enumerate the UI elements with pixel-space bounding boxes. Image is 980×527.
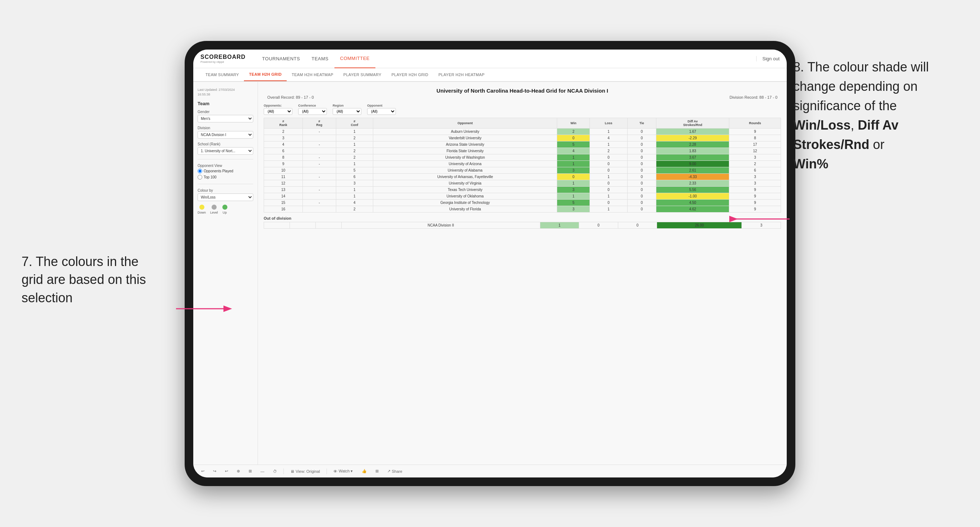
- table-cell-9-8: 9: [729, 187, 781, 193]
- out-of-division-row: NCAA Division II 1 0 0 26.00 3: [264, 222, 781, 229]
- table-row: 32Vanderbilt University040-2.298: [264, 135, 781, 141]
- sidebar-division-label: Division: [197, 126, 253, 130]
- toolbar-clock[interactable]: ⏱: [271, 468, 279, 474]
- toolbar-back[interactable]: ↩: [223, 468, 230, 474]
- sidebar-gender-label: Gender: [197, 110, 253, 114]
- ood-rank: [264, 222, 290, 229]
- bottom-toolbar: ↩ ↪ ↩ ⊕ ⊞ — ⏱ 🖥 View: Original 👁 Watch ▾…: [193, 465, 787, 478]
- radio-top100[interactable]: Top 100: [197, 175, 253, 179]
- toolbar-watch[interactable]: 👁 Watch ▾: [331, 468, 355, 474]
- table-cell-12-1: [303, 206, 336, 213]
- table-cell-0-8: 9: [729, 129, 781, 135]
- sidebar-gender-select[interactable]: Men's: [197, 115, 253, 122]
- table-cell-10-7: -1.00: [656, 193, 729, 200]
- table-cell-3-8: 12: [729, 148, 781, 154]
- filter-opponents-select[interactable]: (All): [264, 108, 293, 115]
- table-cell-10-1: [303, 193, 336, 200]
- table-cell-1-5: 4: [590, 135, 628, 141]
- nav-committee[interactable]: COMMITTEE: [334, 49, 376, 68]
- toolbar-copy[interactable]: ⊕: [235, 468, 242, 474]
- sidebar-radio-group: Opponents Played Top 100: [197, 169, 253, 179]
- toolbar-thumbsup[interactable]: 👍: [360, 468, 369, 474]
- col-opponent: Opponent: [373, 118, 557, 129]
- toolbar-separator-2: [326, 468, 327, 474]
- table-cell-9-3: Texas Tech University: [373, 187, 557, 193]
- filter-region-select[interactable]: (All): [332, 108, 361, 115]
- toolbar-share[interactable]: ↗ Share: [385, 468, 404, 474]
- filter-region: Region (All): [332, 104, 361, 115]
- nav-teams[interactable]: TEAMS: [306, 49, 334, 68]
- toolbar-undo[interactable]: ↩: [199, 468, 207, 474]
- logo-sub: Powered by clippd: [200, 60, 246, 63]
- sidebar: Last Updated: 27/03/202416:55:38 Team Ge…: [193, 82, 258, 465]
- table-cell-5-1: -: [303, 161, 336, 167]
- sign-out-button[interactable]: Sign out: [756, 56, 780, 61]
- toolbar-dash[interactable]: —: [258, 468, 267, 474]
- col-conf: #Conf: [336, 118, 373, 129]
- table-cell-7-7: -4.33: [656, 174, 729, 180]
- table-cell-7-1: -: [303, 174, 336, 180]
- sidebar-colour-by-select[interactable]: Win/Loss Diff Av Strokes/Rnd Win%: [197, 194, 253, 201]
- col-reg: #Reg: [303, 118, 336, 129]
- annotation-right: 8. The colour shade will change dependin…: [793, 57, 958, 174]
- table-cell-0-2: 1: [336, 129, 373, 135]
- tab-player-summary[interactable]: PLAYER SUMMARY: [339, 68, 387, 81]
- table-cell-6-4: 3: [557, 167, 590, 174]
- table-cell-8-8: 3: [729, 180, 781, 187]
- division-record: Division Record: 88 - 17 - 0: [730, 95, 777, 100]
- col-diff: Diff AvStrokes/Rnd: [656, 118, 729, 129]
- table-cell-3-5: 2: [590, 148, 628, 154]
- sub-nav: TEAM SUMMARY TEAM H2H GRID TEAM H2H HEAT…: [193, 68, 787, 82]
- tab-team-h2h-heatmap[interactable]: TEAM H2H HEATMAP: [287, 68, 339, 81]
- tab-player-h2h-heatmap[interactable]: PLAYER H2H HEATMAP: [433, 68, 489, 81]
- grid-area: University of North Carolina Head-to-Hea…: [258, 82, 787, 465]
- table-cell-3-7: 1.83: [656, 148, 729, 154]
- toolbar-crop[interactable]: ⊞: [247, 468, 254, 474]
- table-cell-3-6: 0: [628, 148, 656, 154]
- ood-win: 1: [540, 222, 579, 229]
- table-cell-0-6: 0: [628, 129, 656, 135]
- table-cell-2-0: 4: [264, 141, 303, 148]
- ood-reg: [290, 222, 316, 229]
- table-cell-1-8: 8: [729, 135, 781, 141]
- legend-up-dot: [223, 205, 228, 210]
- tab-team-h2h-grid[interactable]: TEAM H2H GRID: [244, 68, 287, 81]
- nav-tournaments[interactable]: TOURNAMENTS: [256, 49, 306, 68]
- table-cell-5-2: 1: [336, 161, 373, 167]
- sidebar-team-title: Team: [197, 101, 253, 106]
- table-cell-4-7: 3.67: [656, 154, 729, 161]
- ood-conf: [316, 222, 342, 229]
- table-cell-6-0: 10: [264, 167, 303, 174]
- table-cell-8-2: 3: [336, 180, 373, 187]
- table-cell-4-5: 0: [590, 154, 628, 161]
- filter-conference-select[interactable]: (All): [298, 108, 327, 115]
- table-cell-4-1: -: [303, 154, 336, 161]
- table-cell-5-5: 0: [590, 161, 628, 167]
- tab-player-h2h-grid[interactable]: PLAYER H2H GRID: [387, 68, 434, 81]
- table-cell-4-8: 3: [729, 154, 781, 161]
- toolbar-grid[interactable]: ⊞: [373, 468, 381, 474]
- grid-records: Overall Record: 89 - 17 - 0 Division Rec…: [264, 95, 781, 100]
- sidebar-division-select[interactable]: NCAA Division I: [197, 131, 253, 138]
- toolbar-redo[interactable]: ↪: [211, 468, 218, 474]
- table-cell-12-6: 0: [628, 206, 656, 213]
- table-cell-2-2: 1: [336, 141, 373, 148]
- table-cell-2-3: Arizona State University: [373, 141, 557, 148]
- table-cell-9-4: 3: [557, 187, 590, 193]
- table-cell-2-4: 5: [557, 141, 590, 148]
- radio-opponents-played[interactable]: Opponents Played: [197, 169, 253, 173]
- toolbar-separator-1: [283, 468, 284, 474]
- table-cell-9-5: 0: [590, 187, 628, 193]
- table-cell-1-2: 2: [336, 135, 373, 141]
- filter-opponent-select[interactable]: (All): [367, 108, 396, 115]
- arrow-left-icon: [172, 298, 244, 319]
- table-cell-8-1: [303, 180, 336, 187]
- sidebar-school-select[interactable]: 1. University of Nort...: [197, 147, 253, 155]
- legend-level-dot: [212, 205, 216, 210]
- toolbar-view[interactable]: 🖥 View: Original: [288, 468, 322, 474]
- table-cell-5-7: 9.00: [656, 161, 729, 167]
- table-cell-6-5: 0: [590, 167, 628, 174]
- logo-text: SCOREBOARD: [200, 54, 246, 60]
- table-row: 62Florida State University4201.8312: [264, 148, 781, 154]
- tab-team-summary[interactable]: TEAM SUMMARY: [200, 68, 244, 81]
